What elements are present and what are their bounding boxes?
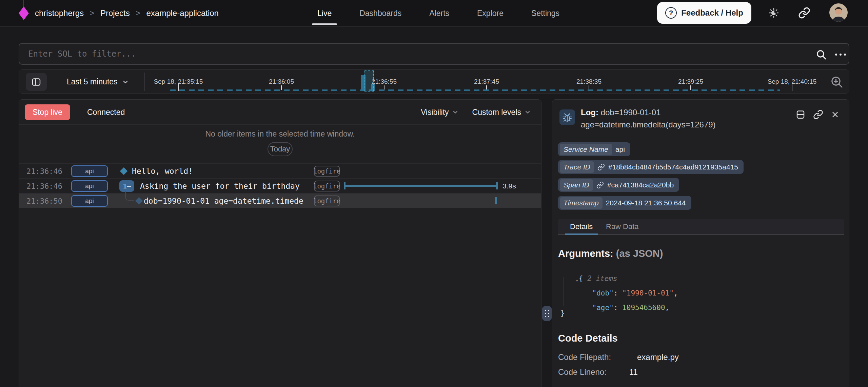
sql-filter-bar (19, 43, 849, 65)
trace-id-chip[interactable]: Trace ID #18b84cb4847b5d574c4ad9121935a4… (558, 160, 744, 174)
span-children-badge[interactable]: 1– (119, 180, 134, 192)
feedback-help-button[interactable]: ? Feedback / Help (657, 2, 751, 24)
logfire-tag-badge[interactable]: logfire (314, 181, 340, 191)
detail-title-prefix: Log: (581, 108, 598, 117)
detail-tabs: Details Raw Data (558, 219, 844, 235)
logfire-tag-badge[interactable]: logfire (314, 166, 340, 177)
tab-settings[interactable]: Settings (531, 9, 559, 18)
arguments-heading: Arguments: (as JSON) (558, 248, 663, 259)
chip-value: 2024-09-18 21:36:50.644 (606, 199, 686, 207)
tab-raw-data[interactable]: Raw Data (606, 219, 639, 234)
log-message: dob=1990-01-01 age=datetime.timede (144, 194, 303, 208)
json-indent-guide (564, 277, 564, 306)
code-filepath-value: example.py (637, 352, 679, 362)
breadcrumb: christophergs > Projects > example-appli… (19, 0, 219, 26)
log-row-selected[interactable]: 21:36:50 api dob=1990-01-01 age=datetime… (19, 193, 541, 208)
code-details-heading: Code Details (558, 333, 618, 344)
span-id-chip[interactable]: Span ID #ca741384ca2a20bb (558, 178, 679, 192)
copy-link-icon[interactable] (798, 7, 810, 19)
top-nav: christophergs > Projects > example-appli… (0, 0, 868, 27)
tab-details[interactable]: Details (570, 219, 593, 234)
timeline-tick-label: 21:36:55 (372, 78, 397, 85)
json-line: "age": 1095465600, (575, 296, 669, 320)
copy-link-icon[interactable] (813, 109, 823, 120)
log-message: Asking the user for their birthday (140, 179, 300, 194)
code-lineno-value: 11 (629, 367, 638, 377)
chevron-down-icon (122, 78, 129, 86)
tab-live[interactable]: Live (317, 9, 332, 18)
breadcrumb-separator: > (136, 9, 140, 18)
logfire-logo-icon[interactable] (19, 6, 29, 20)
today-button[interactable]: Today (268, 142, 293, 156)
filter-more-icon[interactable] (833, 51, 848, 58)
chip-label: Span ID (560, 179, 593, 191)
timeline-tick (792, 83, 792, 91)
span-duration-label: 3.9s (502, 179, 516, 194)
tab-explore[interactable]: Explore (477, 9, 504, 18)
timeline-tick-label: 21:38:35 (576, 78, 601, 85)
json-close-line: } (560, 309, 565, 317)
live-panel-header: Stop live Connected Visibility Custom le… (19, 100, 541, 125)
sidebar-toggle-icon[interactable] (26, 73, 47, 91)
chip-label: Trace ID (560, 161, 594, 173)
timeline-tick-label: 21:39:25 (678, 78, 703, 85)
user-avatar[interactable] (829, 3, 848, 22)
connection-status: Connected (87, 100, 125, 125)
link-icon (597, 163, 605, 171)
close-icon[interactable] (831, 109, 841, 120)
time-range-bar: Last 5 minutes Sep 18, 21:35:15 21:36:05… (19, 69, 849, 94)
tab-dashboards[interactable]: Dashboards (359, 9, 401, 18)
split-view-icon[interactable] (795, 109, 806, 120)
service-name-chip[interactable]: Service Name api (558, 142, 630, 156)
timeline-tick-label: 21:36:05 (269, 78, 294, 85)
service-badge[interactable]: api (71, 195, 108, 207)
detail-title-line2: age=datetime.timedelta(days=12679) (581, 120, 716, 129)
link-icon (596, 181, 604, 189)
breadcrumb-separator: > (90, 9, 94, 18)
log-row[interactable]: 21:36:46 api Hello, world! logfire (19, 163, 541, 178)
span-duration-bar (344, 185, 498, 187)
tree-connector (125, 191, 134, 201)
breadcrumb-project[interactable]: example-application (146, 8, 219, 18)
help-circle-icon: ? (665, 7, 677, 19)
search-icon[interactable] (815, 49, 827, 60)
timestamp-chip[interactable]: Timestamp 2024-09-18 21:36:50.644 (558, 196, 691, 210)
chip-label: Service Name (560, 144, 612, 155)
chip-label: Timestamp (560, 197, 603, 209)
breadcrumb-org[interactable]: christophergs (35, 8, 84, 18)
timeline-zoom-in-icon[interactable] (830, 74, 846, 90)
tab-alerts[interactable]: Alerts (429, 9, 449, 18)
logfire-tag-badge[interactable]: logfire (314, 196, 340, 206)
code-filepath-label: Code Filepath: (558, 352, 611, 362)
span-duration-tick (495, 197, 497, 204)
log-detail-panel: Log: dob=1990-01-01 age=datetime.timedel… (552, 99, 849, 387)
breadcrumb-projects[interactable]: Projects (100, 8, 130, 18)
log-row[interactable]: 21:36:46 api 1– Asking the user for thei… (19, 178, 541, 193)
log-time: 21:36:46 (26, 164, 62, 179)
bug-icon (559, 109, 575, 125)
detail-title-line1: Log: dob=1990-01-01 (581, 108, 660, 117)
log-message: Hello, world! (132, 164, 193, 179)
log-diamond-icon (135, 197, 143, 205)
stop-live-button[interactable]: Stop live (25, 104, 70, 120)
visibility-dropdown[interactable]: Visibility (421, 108, 459, 117)
time-range-dropdown[interactable]: Last 5 minutes (67, 70, 129, 94)
log-diamond-icon (120, 167, 128, 175)
nav-tabs: Live Dashboards Alerts Explore Settings (317, 0, 559, 26)
code-lineno-label: Code Lineno: (558, 367, 607, 377)
panel-resize-handle[interactable] (542, 306, 552, 321)
chevron-down-icon (524, 109, 531, 116)
timeline-selection-brush[interactable] (364, 70, 374, 91)
chip-value: #ca741384ca2a20bb (607, 181, 674, 189)
service-badge[interactable]: api (71, 180, 108, 192)
log-time: 21:36:46 (26, 179, 62, 194)
custom-levels-dropdown[interactable]: Custom levels (472, 108, 531, 117)
divider (144, 73, 145, 91)
theme-toggle-icon[interactable] (768, 7, 780, 19)
chevron-down-icon (452, 109, 459, 116)
sql-filter-input[interactable] (28, 44, 808, 64)
service-badge[interactable]: api (71, 165, 108, 177)
chip-value: api (615, 145, 625, 154)
chip-value: #18b84cb4847b5d574c4ad9121935a415 (608, 163, 738, 171)
timeline-axis[interactable] (170, 89, 780, 91)
